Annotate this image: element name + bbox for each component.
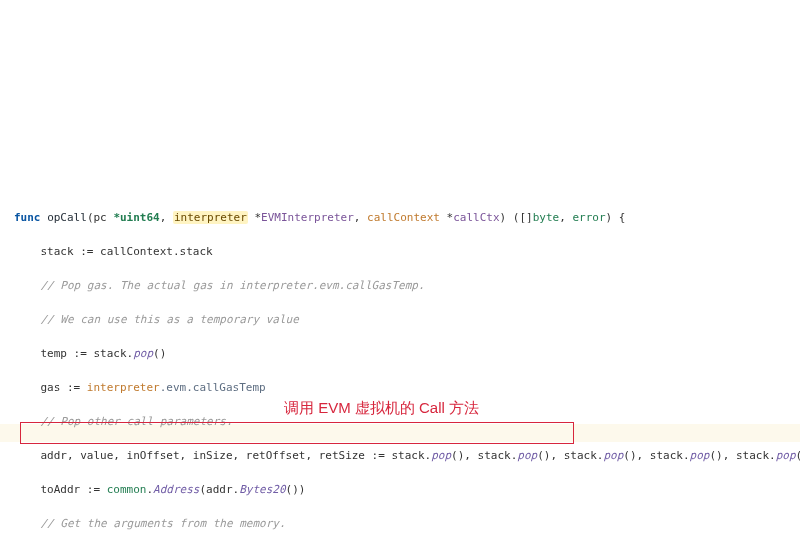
code-line: // Pop other call parameters. [14,413,798,430]
code-line: // Pop gas. The actual gas in interprete… [14,277,798,294]
code-line: gas := interpreter.evm.callGasTemp [14,379,798,396]
code-line: toAddr := common.Address(addr.Bytes20()) [14,481,798,498]
code-block[interactable]: func opCall(pc *uint64, interpreter *EVM… [0,188,800,553]
code-line: args := callContext.memory.GetPtr(int64(… [14,550,798,554]
code-line: temp := stack.pop() [14,345,798,362]
code-editor: 调用 EVM 虚拟机的 Call 方法 func opCall(pc *uint… [0,68,800,553]
code-line: addr, value, inOffset, inSize, retOffset… [14,447,798,464]
code-line: stack := callContext.stack [14,243,798,260]
code-line: // We can use this as a temporary value [14,311,798,328]
code-line: // Get the arguments from the memory. [14,515,798,532]
code-line: func opCall(pc *uint64, interpreter *EVM… [14,209,798,226]
